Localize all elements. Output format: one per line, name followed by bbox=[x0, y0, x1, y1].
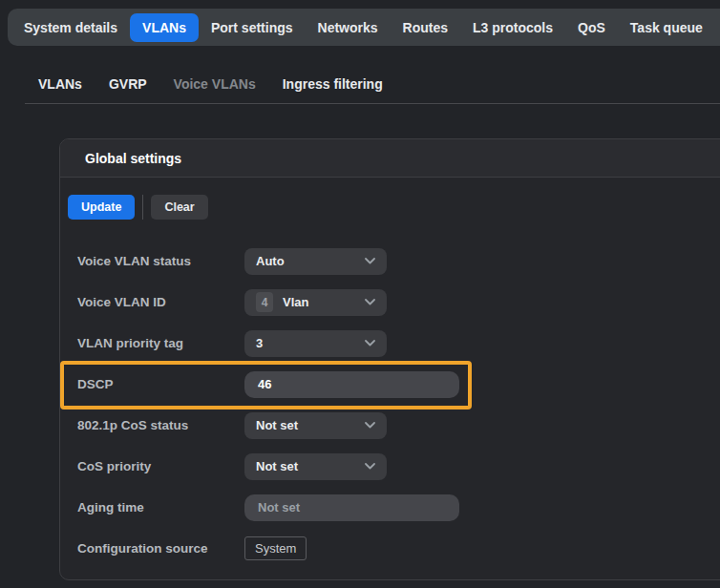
cos-priority-select[interactable]: Not set bbox=[244, 453, 387, 480]
chevron-down-icon bbox=[365, 463, 375, 470]
subnav-ingress-filtering[interactable]: Ingress filtering bbox=[269, 76, 396, 92]
panel-body: Update Clear Voice VLAN status Auto Voic… bbox=[60, 178, 720, 579]
dscp-input[interactable]: 46 bbox=[244, 371, 459, 398]
aging-time-placeholder: Not set bbox=[258, 500, 300, 514]
row-voice-vlan-status: Voice VLAN status Auto bbox=[68, 241, 720, 282]
button-separator bbox=[142, 195, 143, 220]
subnav-vlans[interactable]: VLANs bbox=[25, 76, 95, 92]
chevron-down-icon bbox=[365, 258, 375, 264]
tab-port-settings[interactable]: Port settings bbox=[199, 13, 306, 42]
cos-status-label: 802.1p CoS status bbox=[77, 418, 244, 432]
vlans-sub-nav: VLANs GVRP Voice VLANs Ingress filtering bbox=[25, 67, 396, 101]
vlan-id-badge: 4 bbox=[256, 292, 273, 312]
configuration-source-badge: System bbox=[244, 536, 307, 560]
configuration-source-label: Configuration source bbox=[77, 541, 244, 556]
vlan-priority-tag-select[interactable]: 3 bbox=[244, 330, 387, 357]
cos-status-value: Not set bbox=[256, 418, 298, 432]
voice-vlan-id-value: Vlan bbox=[283, 295, 308, 309]
subnav-voice-vlans[interactable]: Voice VLANs bbox=[160, 76, 269, 92]
update-button[interactable]: Update bbox=[68, 195, 135, 220]
row-aging-time: Aging time Not set bbox=[68, 487, 720, 528]
dscp-label: DSCP bbox=[77, 377, 244, 391]
tab-networks[interactable]: Networks bbox=[306, 13, 391, 42]
row-dscp: DSCP 46 bbox=[68, 364, 720, 405]
cos-priority-value: Not set bbox=[256, 459, 298, 473]
voice-vlan-status-select[interactable]: Auto bbox=[244, 248, 387, 275]
chevron-down-icon bbox=[365, 422, 375, 429]
row-vlan-priority-tag: VLAN priority tag 3 bbox=[68, 323, 720, 364]
panel-header: Global settings bbox=[60, 139, 720, 178]
voice-vlan-status-label: Voice VLAN status bbox=[77, 254, 244, 268]
clear-button[interactable]: Clear bbox=[151, 195, 207, 220]
settings-form: Voice VLAN status Auto Voice VLAN ID 4 V… bbox=[68, 241, 720, 569]
action-buttons: Update Clear bbox=[68, 195, 720, 220]
subnav-gvrp[interactable]: GVRP bbox=[95, 76, 160, 92]
row-configuration-source: Configuration source System bbox=[68, 528, 720, 569]
tab-vlans[interactable]: VLANs bbox=[130, 13, 199, 42]
tab-l3-protocols[interactable]: L3 protocols bbox=[460, 13, 565, 42]
row-cos-priority: CoS priority Not set bbox=[68, 446, 720, 487]
voice-vlan-id-label: Voice VLAN ID bbox=[77, 295, 244, 309]
tab-qos[interactable]: QoS bbox=[565, 13, 618, 42]
global-settings-panel: Global settings Update Clear Voice VLAN … bbox=[59, 138, 720, 580]
tab-task-queue[interactable]: Task queue bbox=[618, 13, 715, 42]
tab-routes[interactable]: Routes bbox=[391, 13, 460, 42]
top-tab-bar: System details VLANs Port settings Netwo… bbox=[8, 9, 720, 46]
cos-priority-label: CoS priority bbox=[77, 459, 244, 473]
chevron-down-icon bbox=[365, 340, 375, 346]
chevron-down-icon bbox=[365, 299, 375, 305]
vlan-priority-tag-value: 3 bbox=[256, 336, 263, 350]
aging-time-label: Aging time bbox=[77, 500, 244, 514]
aging-time-input[interactable]: Not set bbox=[244, 494, 459, 521]
subnav-divider bbox=[25, 103, 720, 104]
tab-system-details[interactable]: System details bbox=[11, 13, 130, 42]
voice-vlan-status-value: Auto bbox=[256, 254, 285, 268]
panel-title: Global settings bbox=[85, 151, 181, 166]
vlan-priority-tag-label: VLAN priority tag bbox=[77, 336, 244, 350]
row-voice-vlan-id: Voice VLAN ID 4 Vlan bbox=[68, 282, 720, 323]
dscp-value: 46 bbox=[258, 377, 271, 391]
cos-status-select[interactable]: Not set bbox=[244, 412, 387, 439]
row-8021p-cos-status: 802.1p CoS status Not set bbox=[68, 405, 720, 446]
voice-vlan-id-select[interactable]: 4 Vlan bbox=[244, 289, 387, 316]
